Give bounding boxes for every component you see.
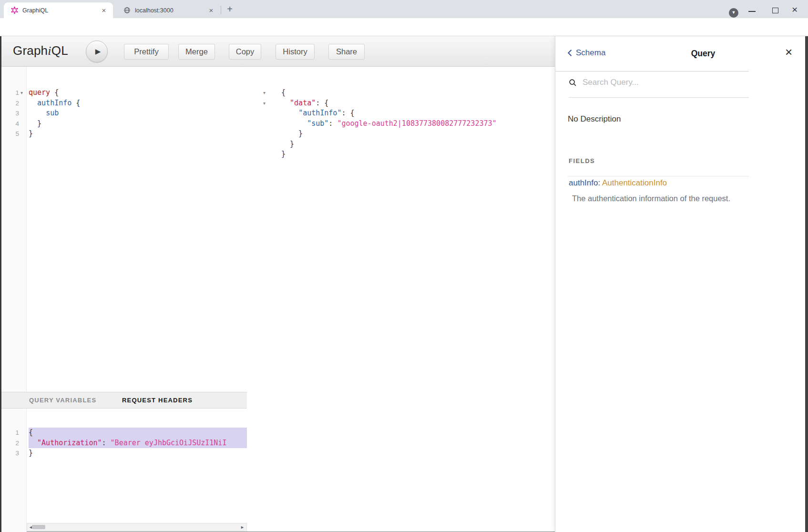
graphiql-logo: GraphiQL [13,43,68,58]
window-minimize-button[interactable] [748,11,756,12]
scroll-right-icon[interactable]: ► [240,524,245,531]
tab-title: GraphiQL [22,7,100,14]
tab-strip: GraphiQL×localhost:3000× + ▼ × [0,0,808,18]
toolbar-button-copy[interactable]: Copy [229,44,261,60]
browser-tab-1[interactable]: localhost:3000× [116,2,220,18]
code-line: } [29,129,246,139]
doc-search-input[interactable] [582,77,734,88]
doc-field-row: authInfo: AuthenticationInfo [569,178,667,188]
code-line: } [281,149,548,160]
update-available-icon[interactable]: ▼ [729,8,738,18]
line-number: 3 [0,448,19,459]
doc-back-label: Schema [576,48,605,58]
field-type-link[interactable]: AuthenticationInfo [602,178,667,187]
doc-back-link[interactable]: Schema [567,48,605,58]
left-edge-strip [0,36,1,532]
tab-close-icon[interactable]: × [207,6,215,15]
execute-query-button[interactable]: ▶ [86,41,108,62]
code-line: } [281,139,548,150]
headers-editor-gutter [0,409,27,532]
line-number: 3 [0,108,19,119]
field-name-link[interactable]: authInfo [569,178,598,187]
address-bar-row: ← → ↻ localhost:3000 uPTpL Aktualisieren… [0,18,808,36]
graphql-logo-icon [10,7,18,14]
field-description: The authentication information of the re… [572,194,730,203]
line-number: 5 [0,129,19,139]
chevron-left-icon [567,49,573,57]
response-viewer: { "data": { "authInfo": { "sub": "google… [281,88,548,160]
code-line: "data": { [281,98,548,109]
request-headers-editor[interactable]: { "Authorization": "Bearer eyJhbGciOiJSU… [29,428,247,459]
code-line: "authInfo": { [281,108,548,119]
line-number: 2 [0,438,19,449]
code-line: "Authorization": "Bearer eyJhbGciOiJSUzI… [29,438,247,449]
headers-horizontal-scrollbar[interactable]: ◄ ► [27,523,247,531]
fields-divider [568,176,749,176]
tab-title: localhost:3000 [135,7,207,14]
doc-fields-heading: FIELDS [569,157,595,164]
doc-search[interactable] [569,77,750,88]
fold-arrow-icon[interactable]: ▾ [263,88,266,98]
variables-tab-bar: QUERY VARIABLES REQUEST HEADERS [0,392,247,409]
line-number: 4 [0,119,19,129]
fold-arrow-icon[interactable]: ▾ [263,98,266,109]
tab-divider [221,6,221,14]
code-line: query { [29,88,246,98]
right-edge-scrollbar[interactable] [805,36,808,532]
window-close-button[interactable]: × [792,4,798,15]
doc-title: Query [670,49,736,59]
globe-icon [123,7,131,14]
browser-window: GraphiQL×localhost:3000× + ▼ × ← → ↻ loc… [0,0,808,532]
doc-explorer-panel: Schema Query × No Description FIELDS aut… [555,36,808,532]
query-editor[interactable]: query { authInfo { sub }} [29,88,246,139]
window-maximize-button[interactable] [772,8,778,13]
code-line: } [281,129,548,139]
code-line: { [281,88,548,98]
browser-tab-0[interactable]: GraphiQL× [4,2,113,18]
toolbar-button-share[interactable]: Share [328,44,365,60]
search-icon [569,79,577,87]
code-line: { [29,428,247,438]
fold-arrow-icon[interactable]: ▾ [20,88,23,98]
line-number: 2 [0,98,19,109]
scrollbar-thumb[interactable] [32,525,45,529]
tab-close-icon[interactable]: × [100,6,108,15]
doc-close-icon[interactable]: × [785,45,792,60]
code-line: sub [29,108,246,119]
code-line: "sub": "google-oauth2|108377380082777232… [281,119,548,129]
new-tab-button[interactable]: + [224,4,235,15]
tab-request-headers[interactable]: REQUEST HEADERS [122,392,193,408]
play-icon: ▶ [95,47,101,56]
toolbar-button-history[interactable]: History [276,44,315,60]
code-line: } [29,119,246,129]
code-line: authInfo { [29,98,246,109]
line-number: 1 [0,428,19,438]
line-number: 1 [0,88,19,98]
code-line: } [29,448,247,459]
doc-no-description: No Description [568,114,621,124]
toolbar-button-prettify[interactable]: Prettify [124,44,169,60]
toolbar-button-merge[interactable]: Merge [178,44,215,60]
tab-query-variables[interactable]: QUERY VARIABLES [29,392,96,408]
search-underline [569,97,749,98]
